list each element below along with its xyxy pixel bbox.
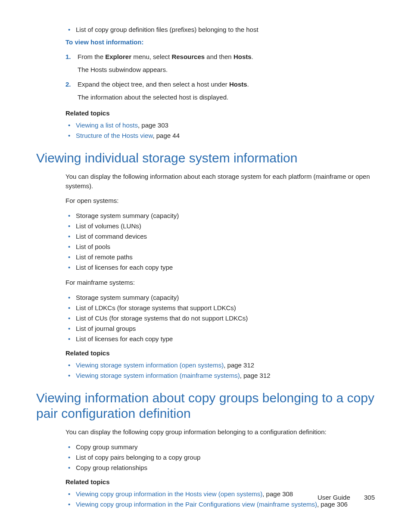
procedure-steps: 1. From the Explorer menu, select Resour… [65,52,375,103]
related-item: Viewing storage system information (open… [65,360,375,370]
related-page: , page 303 [138,121,168,129]
open-systems-list: Storage system summary (capacity) List o… [65,211,375,273]
list-item: List of command devices [65,231,375,242]
page: List of copy group definition files (pre… [0,0,411,532]
step-keyword-explorer: Explorer [105,53,131,60]
related-link[interactable]: Viewing storage system information (main… [76,372,240,379]
footer-label: User Guide [318,494,350,501]
related-topics-list: Viewing storage system information (open… [65,360,375,381]
page-number: 305 [364,494,375,501]
step-keyword-resources: Resources [171,53,205,60]
step-subtext: The information about the selected host … [78,92,375,103]
copygroups-list: Copy group summary List of copy pairs be… [65,442,375,473]
step-text: and then [205,53,234,60]
step-text: From the [78,53,105,60]
list-item: List of pools [65,242,375,252]
list-item: List of CUs (for storage systems that do… [65,313,375,324]
list-item: List of copy pairs belonging to a copy g… [65,452,375,463]
list-item: List of volumes (LUNs) [65,221,375,231]
step-subtext: The Hosts subwindow appears. [78,65,375,75]
related-link[interactable]: Structure of the Hosts view [76,132,153,139]
step-text: . [252,53,253,60]
related-topics-list: Viewing a list of hosts, page 303 Struct… [65,120,375,141]
list-item: Copy group summary [65,442,375,452]
section-heading-storage: Viewing individual storage system inform… [36,150,375,166]
related-link[interactable]: Viewing copy group information in the Pa… [76,501,317,508]
step-number: 1. [65,52,71,62]
related-link[interactable]: Viewing copy group information in the Ho… [76,490,262,498]
step-1: 1. From the Explorer menu, select Resour… [65,52,375,75]
related-topics-heading: Related topics [65,478,375,485]
step-keyword-hosts: Hosts [229,81,247,88]
step-number: 2. [65,79,71,90]
mainframe-list: Storage system summary (capacity) List o… [65,292,375,344]
top-bullet-item: List of copy group definition files (pre… [65,25,375,34]
section-heading-copygroups: Viewing information about copy groups be… [36,390,375,421]
page-footer: User Guide 305 [318,494,375,501]
section2-intro: You can display the following informatio… [65,172,375,191]
section3-intro: You can display the following copy group… [65,427,375,437]
related-page: , page 308 [262,490,293,498]
step-2: 2. Expand the object tree, and then sele… [65,79,375,103]
step-text: menu, select [131,53,171,60]
related-page: , page 312 [240,372,271,379]
step-text: . [247,81,249,88]
list-item: List of remote paths [65,252,375,262]
related-item: Viewing a list of hosts, page 303 [65,120,375,131]
related-item: Structure of the Hosts view, page 44 [65,131,375,141]
step-text: Expand the object tree, and then select … [78,81,229,88]
related-topics-heading: Related topics [65,349,375,357]
content-column: List of copy group definition files (pre… [65,25,375,510]
procedure-title: To view host information: [65,38,375,46]
step-keyword-hosts: Hosts [234,53,252,60]
top-bullet-list: List of copy group definition files (pre… [65,25,375,34]
related-page: , page 306 [317,501,348,508]
open-systems-label: For open systems: [65,196,375,205]
related-link[interactable]: Viewing a list of hosts [76,121,138,129]
list-item: Copy group relationships [65,463,375,473]
list-item: List of journal groups [65,324,375,334]
list-item: List of licenses for each copy type [65,334,375,344]
related-page: , page 312 [224,361,254,369]
list-item: Storage system summary (capacity) [65,211,375,221]
mainframe-label: For mainframe systems: [65,278,375,287]
list-item: Storage system summary (capacity) [65,292,375,303]
list-item: List of LDKCs (for storage systems that … [65,303,375,313]
related-topics-heading: Related topics [65,109,375,117]
list-item: List of licenses for each copy type [65,262,375,273]
related-page: , page 44 [153,132,180,139]
related-item: Viewing storage system information (main… [65,370,375,381]
related-link[interactable]: Viewing storage system information (open… [76,361,224,369]
